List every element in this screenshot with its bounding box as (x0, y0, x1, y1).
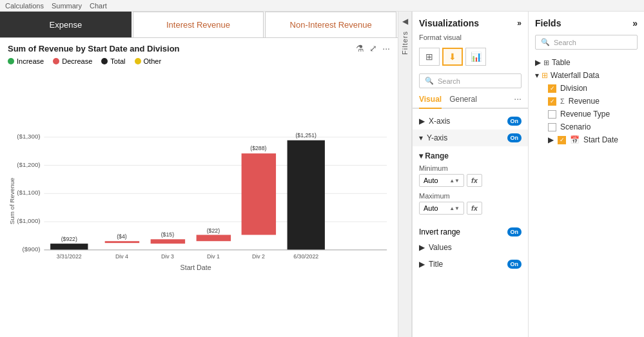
filter-collapse-arrow[interactable]: ◀ (402, 17, 408, 26)
topbar-item-summary[interactable]: Summary (52, 2, 82, 10)
start-date-checkbox[interactable]: ✓ (558, 136, 566, 144)
start-date-calendar-icon: 📅 (570, 135, 580, 144)
filter-icon[interactable]: ⚗ (356, 43, 364, 53)
bar-div4 (105, 241, 139, 243)
svg-text:3/31/2022: 3/31/2022 (57, 253, 82, 260)
range-min-fx-button[interactable]: fx (467, 174, 482, 187)
range-min-arrows[interactable]: ▲▼ (449, 178, 460, 184)
range-max-label: Maximum (419, 192, 522, 200)
viz-section-title[interactable]: ▶ Title On (413, 256, 528, 273)
start-date-expand-icon[interactable]: ▶ (548, 135, 554, 144)
scenario-checkbox[interactable] (548, 123, 556, 131)
fields-panel-header: Fields » (529, 12, 644, 32)
fields-sub-start-date[interactable]: ▶ ✓ 📅 Start Date (535, 133, 638, 146)
svg-text:Div 2: Div 2 (252, 253, 265, 260)
revenue-type-label: Revenue Type (560, 110, 610, 119)
division-checkbox[interactable]: ✓ (548, 84, 556, 93)
fields-search-icon: 🔍 (541, 38, 550, 46)
viz-search-icon: 🔍 (425, 77, 434, 85)
filters-label[interactable]: Filters (401, 31, 409, 55)
svg-text:($4): ($4) (117, 233, 127, 240)
expand-icon[interactable]: ⤢ (369, 43, 377, 53)
legend-dot-decrease (53, 58, 59, 64)
fields-tree-waterfall[interactable]: ▾ ⊞ Waterfall Data (535, 69, 638, 82)
chart-container: ($1,300) ($1,200) ($1,100) ($1,000) ($90… (0, 68, 398, 337)
yaxis-toggle[interactable]: On (507, 133, 522, 142)
range-max-input[interactable]: Auto ▲▼ (419, 202, 464, 215)
fields-sub-revenue-type[interactable]: Revenue Type (535, 108, 638, 120)
chart-header-icons: ⚗ ⤢ ··· (356, 43, 390, 53)
fields-panel: Fields » 🔍 Search ▶ ⊞ Table ▾ ⊞ Waterfal… (528, 12, 644, 337)
viz-section-values[interactable]: ▶ Values (413, 239, 528, 256)
svg-text:($288): ($288) (250, 145, 266, 151)
chart-title: Sum of Revenue by Start Date and Divisio… (8, 44, 180, 53)
viz-search-box[interactable]: 🔍 Search (419, 73, 522, 88)
legend-label-decrease: Decrease (62, 57, 92, 65)
topbar-item-calculations[interactable]: Calculations (5, 2, 44, 10)
range-min-input[interactable]: Auto ▲▼ (419, 174, 464, 187)
viz-tab-more[interactable]: ··· (514, 91, 522, 108)
bar-div1 (197, 235, 231, 241)
tab-expense[interactable]: Expense (0, 12, 132, 37)
fields-sub-scenario[interactable]: Scenario (535, 120, 638, 133)
svg-text:($922): ($922) (61, 236, 77, 242)
legend-label-other: Other (144, 57, 162, 65)
viz-icon-grid[interactable]: ⊞ (419, 48, 440, 66)
fields-tree: ▶ ⊞ Table ▾ ⊞ Waterfall Data ✓ Division … (529, 53, 644, 149)
svg-text:($900): ($900) (22, 246, 40, 253)
viz-icon-analytics[interactable]: 📊 (465, 48, 486, 66)
svg-text:($1,251): ($1,251) (295, 132, 317, 139)
legend-dot-increase (8, 58, 14, 64)
more-icon[interactable]: ··· (382, 43, 390, 53)
bar-1 (50, 244, 88, 250)
revenue-type-checkbox[interactable] (548, 110, 556, 119)
legend-decrease: Decrease (53, 57, 92, 65)
title-toggle[interactable]: On (507, 260, 522, 269)
svg-text:Start Date: Start Date (181, 264, 211, 271)
fields-sub-revenue[interactable]: ✓ Σ Revenue (535, 95, 638, 108)
revenue-tabs: Expense Interest Revenue Non-Interest Re… (0, 12, 398, 38)
fields-sub-division[interactable]: ✓ Division (535, 82, 638, 95)
bar-div3 (151, 239, 185, 244)
fields-search-box[interactable]: 🔍 Search (535, 35, 638, 50)
viz-icons-row: ⊞ ⬇ 📊 (413, 45, 528, 71)
legend-dot-total (101, 58, 108, 64)
xaxis-toggle[interactable]: On (507, 117, 522, 126)
invert-range-toggle[interactable]: On (507, 227, 522, 236)
viz-section-yaxis[interactable]: ▾ Y-axis On (413, 130, 528, 146)
waterfall-chart: ($1,300) ($1,200) ($1,100) ($1,000) ($90… (8, 70, 390, 332)
topbar-item-chart[interactable]: Chart (90, 2, 107, 10)
table-icon: ⊞ (543, 59, 549, 67)
bar-div2 (242, 153, 276, 235)
filters-panel: ◀ Filters (398, 12, 412, 337)
legend-dot-other (135, 58, 141, 64)
fields-tree-table[interactable]: ▶ ⊞ Table (535, 56, 638, 69)
viz-tab-visual[interactable]: Visual (419, 91, 442, 109)
viz-panel: Visualizations » Format visual ⊞ ⬇ 📊 🔍 S… (412, 12, 528, 337)
scenario-label: Scenario (560, 122, 590, 131)
range-min-label: Minimum (419, 164, 522, 172)
main-area: Expense Interest Revenue Non-Interest Re… (0, 12, 644, 337)
range-section: ▾ Range Minimum Auto ▲▼ fx Maximum Auto … (413, 146, 528, 225)
tab-non-interest-revenue[interactable]: Non-Interest Revenue (265, 12, 396, 37)
legend-label-total: Total (110, 57, 125, 65)
viz-tab-general[interactable]: General (449, 91, 477, 108)
viz-section-xaxis[interactable]: ▶ X-axis On (413, 113, 528, 130)
values-label: Values (429, 243, 522, 252)
viz-icon-format[interactable]: ⬇ (442, 48, 463, 66)
top-bar: Calculations Summary Chart (0, 0, 644, 12)
range-max-fx-button[interactable]: fx (467, 202, 482, 215)
svg-text:Div 4: Div 4 (115, 253, 128, 260)
viz-search-placeholder: Search (438, 77, 460, 85)
viz-tabs: Visual General ··· (413, 91, 528, 109)
values-chevron: ▶ (419, 243, 425, 252)
revenue-checkbox[interactable]: ✓ (548, 97, 556, 106)
viz-panel-expand-icon[interactable]: » (517, 19, 522, 28)
svg-text:($22): ($22) (207, 227, 220, 234)
tab-interest-revenue[interactable]: Interest Revenue (133, 12, 264, 37)
fields-panel-expand-icon[interactable]: » (632, 18, 638, 28)
fields-tree-table-label: Table (552, 58, 571, 67)
svg-text:6/30/2022: 6/30/2022 (293, 253, 318, 260)
range-max-arrows[interactable]: ▲▼ (449, 206, 460, 211)
waterfall-icon: ⊞ (542, 71, 548, 80)
